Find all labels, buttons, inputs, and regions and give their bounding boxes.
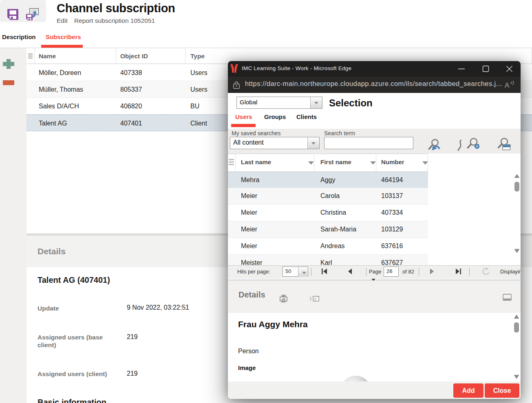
svg-text:A: A: [505, 81, 510, 89]
